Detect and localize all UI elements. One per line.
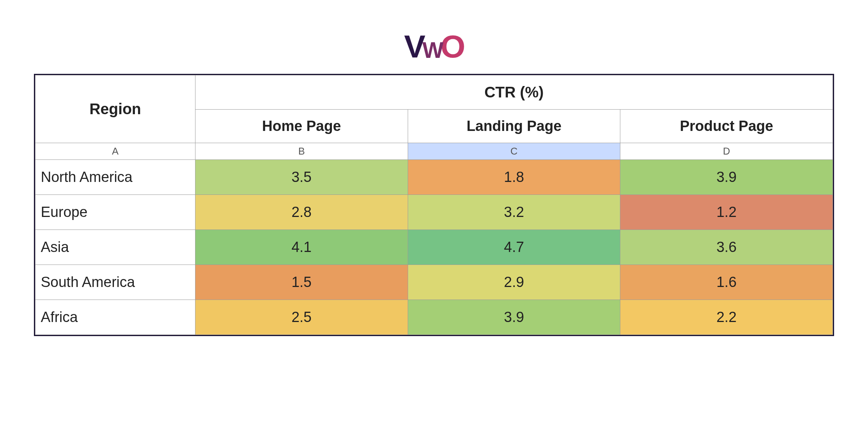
value-cell[interactable]: 3.9: [620, 160, 833, 195]
header-landing-page: Landing Page: [408, 110, 620, 143]
value-cell[interactable]: 2.9: [408, 265, 620, 300]
header-metric: CTR (%): [195, 75, 833, 110]
value-cell[interactable]: 2.2: [620, 300, 833, 335]
table-row: North America 3.5 1.8 3.9: [35, 160, 833, 195]
region-cell[interactable]: Africa: [35, 300, 195, 335]
value-cell[interactable]: 2.8: [195, 195, 408, 230]
logo-letter-w: W: [423, 39, 442, 62]
table-row: Asia 4.1 4.7 3.6: [35, 230, 833, 265]
col-letter-c[interactable]: C: [408, 143, 620, 160]
value-cell[interactable]: 4.7: [408, 230, 620, 265]
region-cell[interactable]: North America: [35, 160, 195, 195]
value-cell[interactable]: 1.6: [620, 265, 833, 300]
logo-wrap: V W O: [0, 30, 868, 62]
logo-letter-o: O: [440, 30, 464, 62]
col-letter-d[interactable]: D: [620, 143, 833, 160]
column-letters-row: A B C D: [35, 143, 833, 160]
value-cell[interactable]: 1.5: [195, 265, 408, 300]
header-region: Region: [35, 75, 195, 143]
value-cell[interactable]: 4.1: [195, 230, 408, 265]
value-cell[interactable]: 3.9: [408, 300, 620, 335]
heatmap-table-container: A B C D Region CTR (%) Home Page Landing…: [34, 74, 834, 336]
region-cell[interactable]: Asia: [35, 230, 195, 265]
value-cell[interactable]: 3.5: [195, 160, 408, 195]
header-product-page: Product Page: [620, 110, 833, 143]
col-letter-a[interactable]: A: [35, 143, 195, 160]
col-letter-b[interactable]: B: [195, 143, 408, 160]
value-cell[interactable]: 1.2: [620, 195, 833, 230]
table-body: North America 3.5 1.8 3.9 Europe 2.8 3.2…: [35, 160, 833, 335]
brand-logo: V W O: [404, 30, 464, 62]
header-home-page: Home Page: [195, 110, 408, 143]
value-cell[interactable]: 3.2: [408, 195, 620, 230]
value-cell[interactable]: 2.5: [195, 300, 408, 335]
region-cell[interactable]: Europe: [35, 195, 195, 230]
page: V W O A B C D Region CTR (%) Home Pa: [0, 0, 868, 336]
region-cell[interactable]: South America: [35, 265, 195, 300]
table-row: South America 1.5 2.9 1.6: [35, 265, 833, 300]
heatmap-table: A B C D Region CTR (%) Home Page Landing…: [35, 75, 833, 335]
value-cell[interactable]: 3.6: [620, 230, 833, 265]
table-row: Africa 2.5 3.9 2.2: [35, 300, 833, 335]
table-row: Europe 2.8 3.2 1.2: [35, 195, 833, 230]
value-cell[interactable]: 1.8: [408, 160, 620, 195]
logo-letter-v: V: [404, 30, 424, 62]
